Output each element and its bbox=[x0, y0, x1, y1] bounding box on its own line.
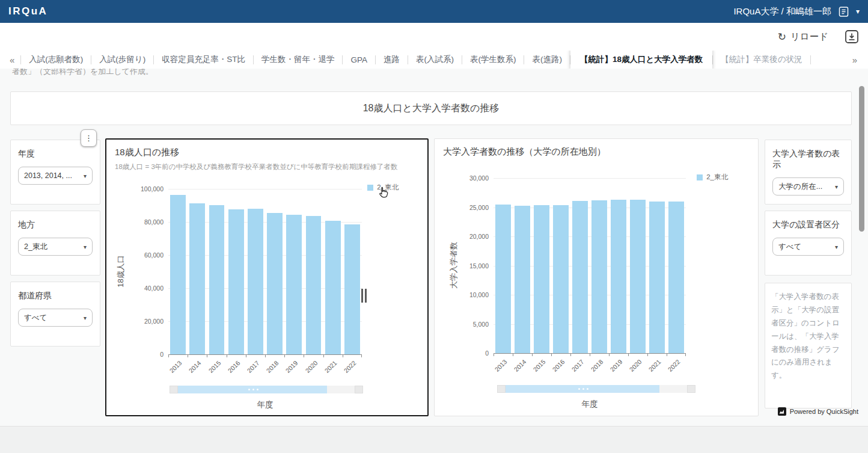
control-founder-type-value: すべて bbox=[778, 242, 801, 252]
bar-2013[interactable] bbox=[170, 195, 186, 354]
y-tick-label: 25,000 bbox=[455, 204, 489, 211]
tab-11[interactable]: 【統計】卒業後の状況 bbox=[713, 51, 810, 69]
scrollbar-thumb[interactable] bbox=[506, 385, 659, 393]
account-badge-icon[interactable] bbox=[837, 5, 850, 18]
chart-18yo-population[interactable]: 18歳人口の推移 18歳人口 = 3年前の中学校及び義務教育学校卒業者数並びに中… bbox=[105, 138, 429, 416]
bar-2019[interactable] bbox=[611, 200, 626, 353]
x-range-scrollbar[interactable] bbox=[170, 386, 363, 393]
bar-2021[interactable] bbox=[325, 221, 341, 354]
tick-mark bbox=[361, 355, 362, 357]
filter-year-dropdown[interactable]: 2013, 2014, ...▾ bbox=[18, 167, 93, 185]
legend[interactable]: 2_東北 bbox=[367, 183, 399, 192]
control-founder-type-card: 大学の設置者区分すべて▾ bbox=[765, 211, 852, 276]
y-tick-label: 80,000 bbox=[130, 218, 164, 226]
x-tick-label: 2015 bbox=[527, 358, 547, 378]
x-tick-label: 2017 bbox=[565, 358, 585, 378]
bar-2020[interactable] bbox=[306, 216, 322, 354]
x-tick-label: 2021 bbox=[317, 359, 338, 380]
scrollbar-right-cap[interactable] bbox=[355, 386, 363, 393]
scrollbar-right-cap[interactable] bbox=[687, 385, 695, 393]
chart-title: 18歳人口の推移 bbox=[115, 147, 179, 158]
visual-menu-button[interactable]: ⋮ bbox=[81, 129, 97, 147]
gridline bbox=[168, 189, 362, 190]
filter-region-dropdown[interactable]: 2_東北▾ bbox=[18, 238, 93, 256]
control-entrants-display-label: 大学入学者数の表示 bbox=[772, 149, 844, 170]
app-logo: IRQuA bbox=[8, 5, 47, 17]
account-breadcrumb[interactable]: IRQuA大学 / 和嶋雄一郎 bbox=[733, 6, 831, 17]
y-tick-label: 100,000 bbox=[130, 185, 164, 193]
tick-mark bbox=[188, 355, 188, 357]
bar-2014[interactable] bbox=[515, 206, 530, 353]
x-tick-label: 2015 bbox=[201, 359, 222, 380]
bar-2014[interactable] bbox=[189, 203, 205, 354]
bar-2022[interactable] bbox=[344, 224, 360, 354]
x-tick-label: 2017 bbox=[240, 359, 260, 380]
x-tick-label: 2016 bbox=[221, 359, 241, 380]
y-tick-label: 30,000 bbox=[455, 174, 489, 182]
bar-2016[interactable] bbox=[228, 209, 244, 354]
reload-icon: ↻ bbox=[778, 31, 786, 43]
vertical-scrollbar-thumb[interactable] bbox=[859, 86, 864, 232]
tabs-scroll-right-icon[interactable]: » bbox=[846, 55, 868, 65]
caret-down-icon: ▾ bbox=[835, 244, 838, 250]
tick-mark bbox=[227, 355, 227, 357]
y-tick-label: 5,000 bbox=[455, 321, 489, 328]
chart-university-entrants[interactable]: 大学入学者数の推移（大学の所在地別） 2_東北 大学入学者数 05,00010,… bbox=[434, 138, 759, 416]
filter-prefecture-dropdown[interactable]: すべて▾ bbox=[18, 309, 93, 327]
bar-2015[interactable] bbox=[209, 205, 225, 354]
y-tick-label: 0 bbox=[455, 350, 489, 357]
y-tick-label: 40,000 bbox=[130, 285, 164, 292]
legend-label: 2_東北 bbox=[706, 173, 728, 182]
tab-10[interactable]: 【統計】18歳人口と大学入学者数 bbox=[570, 51, 712, 69]
tab-5[interactable]: GPA bbox=[343, 51, 375, 69]
bar-2013[interactable] bbox=[495, 205, 511, 353]
dashboard-sheet: 者数」（文部科学省）を加工して作成。 18歳人口と大学入学者数の推移 ⋮ 年度2… bbox=[0, 69, 868, 426]
footer-band bbox=[0, 426, 868, 453]
tab-3[interactable]: 収容定員充足率・ST比 bbox=[154, 51, 253, 69]
gridline bbox=[494, 178, 686, 179]
bar-2019[interactable] bbox=[286, 215, 302, 354]
legend-swatch-icon bbox=[367, 185, 373, 191]
bar-2017[interactable] bbox=[248, 209, 263, 354]
tab-1[interactable]: 入試(志願者数) bbox=[21, 51, 91, 69]
export-button[interactable] bbox=[844, 29, 860, 45]
resize-handle-icon[interactable] bbox=[361, 289, 367, 303]
x-axis-title: 年度 bbox=[168, 399, 362, 410]
tab-6[interactable]: 進路 bbox=[376, 51, 408, 69]
account-caret-down-icon[interactable]: ▾ bbox=[856, 7, 860, 16]
tick-mark bbox=[246, 355, 246, 357]
tick-mark bbox=[265, 355, 266, 357]
chart-subtitle: 18歳人口 = 3年前の中学校及び義務教育学校卒業者数並びに中等教育学校前期課程… bbox=[115, 162, 397, 171]
filter-prefecture-value: すべて bbox=[24, 313, 47, 323]
tab-4[interactable]: 学生数・留年・退学 bbox=[254, 51, 343, 69]
bar-2017[interactable] bbox=[572, 201, 588, 353]
y-tick-label: 0 bbox=[130, 351, 164, 358]
x-tick-label: 2022 bbox=[661, 358, 682, 378]
bar-2018[interactable] bbox=[591, 200, 607, 353]
scrollbar-grip-icon bbox=[252, 389, 254, 390]
control-entrants-display-dropdown[interactable]: 大学の所在...▾ bbox=[772, 177, 844, 196]
x-range-scrollbar[interactable] bbox=[497, 385, 695, 393]
legend[interactable]: 2_東北 bbox=[697, 173, 728, 182]
tabs-scroll-left-icon[interactable]: « bbox=[0, 55, 20, 65]
bar-2021[interactable] bbox=[649, 202, 665, 353]
scrollbar-thumb[interactable] bbox=[178, 386, 327, 393]
top-navbar: IRQuA IRQuA大学 / 和嶋雄一郎 ▾ bbox=[0, 0, 868, 23]
bar-2016[interactable] bbox=[553, 205, 569, 353]
control-founder-type-dropdown[interactable]: すべて▾ bbox=[772, 238, 844, 256]
scrollbar-left-cap[interactable] bbox=[497, 385, 506, 393]
tab-8[interactable]: 表(学生数系) bbox=[462, 51, 524, 69]
bar-2018[interactable] bbox=[267, 213, 283, 354]
tick-mark bbox=[207, 355, 207, 357]
tab-2[interactable]: 入試(歩留り) bbox=[91, 51, 153, 69]
tab-9[interactable]: 表(進路) bbox=[524, 51, 570, 69]
tab-7[interactable]: 表(入試系) bbox=[408, 51, 462, 69]
filter-region-label: 地方 bbox=[18, 220, 93, 230]
bar-2015[interactable] bbox=[534, 205, 549, 353]
reload-button[interactable]: ↻ リロード bbox=[778, 31, 828, 43]
filter-year-label: 年度 bbox=[18, 149, 93, 159]
scrollbar-left-cap[interactable] bbox=[170, 386, 178, 393]
tick-mark bbox=[590, 354, 590, 356]
bar-2020[interactable] bbox=[630, 200, 646, 353]
bar-2022[interactable] bbox=[668, 202, 684, 353]
